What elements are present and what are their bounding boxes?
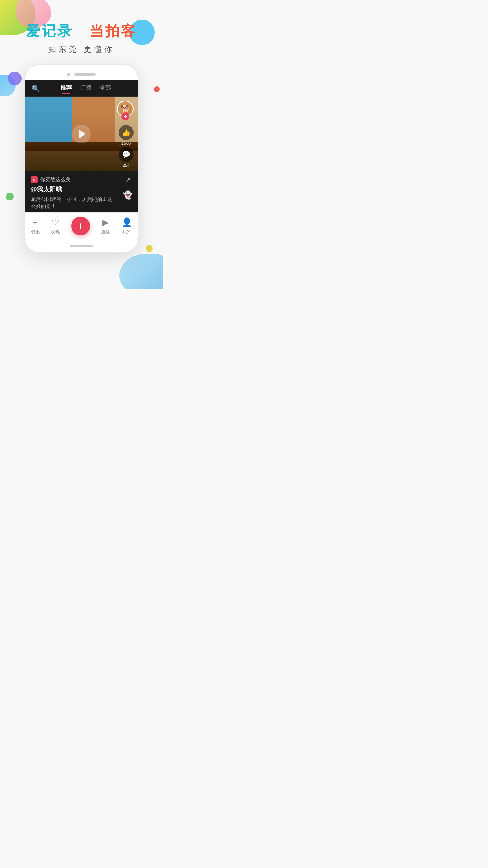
nav-item-news[interactable]: ≡ 资讯 [31, 217, 40, 235]
video-container[interactable]: 🐕 + 👍 1586 💬 254 [25, 97, 138, 171]
phone-top-bar [25, 65, 138, 80]
follow-button[interactable]: + [121, 112, 129, 120]
news-label: 资讯 [31, 229, 40, 235]
comment-icon[interactable]: 💬 [119, 147, 134, 162]
profile-icon: 👤 [121, 217, 132, 228]
tab-recommend[interactable]: 推荐 [60, 84, 72, 93]
news-icon: ≡ [33, 217, 38, 228]
app-nav: 🔍 推荐 订阅 全部 [25, 80, 138, 97]
nav-item-live[interactable]: ▶ 直播 [101, 217, 110, 235]
post-info: ↗ 👻 # 你竟然这么美 @我太阳哦 龙湾公园遛弯一小时，居然能拍出这么好的景！ [25, 171, 138, 212]
phone-mockup: 🔍 推荐 订阅 全部 [24, 64, 138, 253]
home-indicator [70, 245, 93, 247]
subtitle: 知东莞 更懂你 [8, 44, 155, 55]
play-button[interactable] [72, 125, 91, 143]
search-icon[interactable]: 🔍 [31, 85, 40, 93]
header-section: 爱记录 当拍客 知东莞 更懂你 [0, 0, 163, 64]
discover-icon: ♡ [51, 217, 59, 228]
nav-tabs: 推荐 订阅 全部 [40, 84, 131, 93]
tag-line: # 你竟然这么美 [31, 176, 132, 183]
app-screen: 🔍 推荐 订阅 全部 [25, 80, 138, 240]
post-author[interactable]: @我太阳哦 [31, 186, 132, 194]
phone-wrapper: 🔍 推荐 订阅 全部 [0, 64, 163, 253]
post-description: 龙湾公园遛弯一小时，居然能拍出这么好的景！ [31, 196, 132, 210]
main-tagline: 爱记录 当拍客 [8, 22, 155, 41]
play-triangle-icon [79, 129, 86, 139]
profile-label: 我的 [122, 229, 131, 235]
like-action[interactable]: 👍 1586 [119, 125, 134, 145]
bottom-nav: ≡ 资讯 ♡ 发现 + ▶ 直播 👤 我的 [25, 212, 138, 240]
like-icon[interactable]: 👍 [119, 125, 134, 140]
hashtag-icon: # [31, 176, 38, 183]
phone-bottom-bar [25, 240, 138, 252]
live-icon: ▶ [102, 217, 109, 228]
phone-speaker [74, 73, 96, 76]
tab-all[interactable]: 全部 [99, 84, 111, 93]
tab-subscribe[interactable]: 订阅 [80, 84, 92, 93]
comment-action[interactable]: 💬 254 [119, 147, 134, 167]
tagline-coral: 当拍客 [90, 23, 137, 39]
nav-item-profile[interactable]: 👤 我的 [121, 217, 132, 235]
nav-item-discover[interactable]: ♡ 发现 [51, 217, 60, 235]
ghost-icon[interactable]: 👻 [123, 190, 133, 200]
discover-label: 发现 [51, 229, 60, 235]
blob-blue-bottom-right [119, 254, 163, 289]
add-button[interactable]: + [71, 217, 90, 235]
phone-camera [67, 73, 70, 76]
comment-count: 254 [123, 163, 130, 167]
post-actions-right: ↗ 👻 [123, 175, 133, 200]
tag-text: 你竟然这么美 [40, 176, 71, 183]
video-sidebar: 👍 1586 💬 254 [119, 125, 134, 167]
avatar-follow-container: 🐕 + [117, 101, 134, 117]
share-icon[interactable]: ↗ [125, 175, 131, 185]
live-label: 直播 [101, 229, 110, 235]
like-count: 1586 [121, 141, 131, 145]
tagline-cyan: 爱记录 [26, 23, 73, 39]
